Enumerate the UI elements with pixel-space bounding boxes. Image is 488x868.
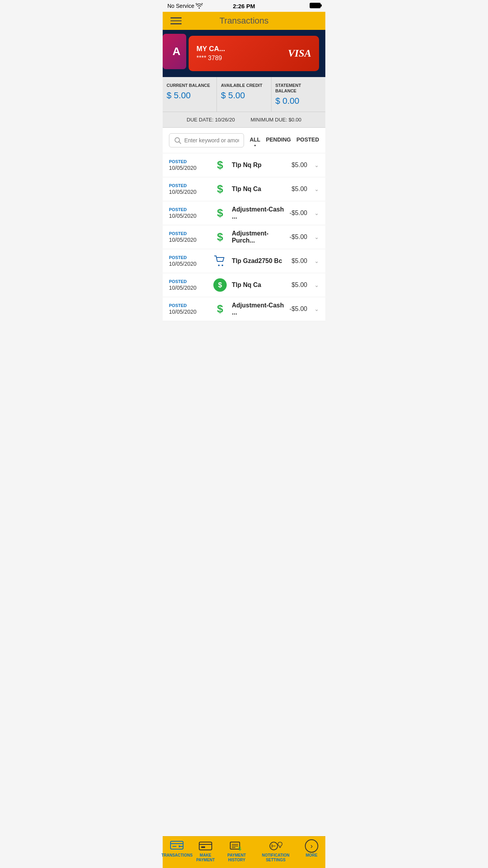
transaction-status: POSTED <box>169 303 208 308</box>
transaction-status: POSTED <box>169 231 208 236</box>
transaction-amount: -$5.00 <box>290 210 307 217</box>
min-due-value: $0.00 <box>288 117 301 123</box>
hamburger-menu[interactable] <box>171 17 182 24</box>
transaction-item[interactable]: POSTED 10/05/2020 $ Adjustment-Purch... … <box>163 225 325 249</box>
balance-section: CURRENT BALANCE $ 5.00 AVAILABLE CREDIT … <box>163 77 325 112</box>
current-balance-label: CURRENT BALANCE <box>167 83 213 88</box>
battery-icon <box>310 3 321 8</box>
statement-balance-value: $ 0.00 <box>275 96 321 106</box>
transaction-name: Tlp Nq Ca <box>232 186 287 193</box>
transaction-meta: POSTED 10/05/2020 <box>169 183 208 195</box>
filter-tabs: ALL PENDING POSTED <box>250 136 319 144</box>
min-due-label: MINIMUM DUE: <box>251 117 287 123</box>
svg-line-1 <box>179 142 181 144</box>
transaction-date: 10/05/2020 <box>169 309 208 315</box>
transaction-name: Tlp Nq Rp <box>232 162 287 169</box>
transaction-name: Adjustment-Purch... <box>232 230 285 244</box>
transaction-date: 10/05/2020 <box>169 165 208 171</box>
transaction-status: POSTED <box>169 279 208 284</box>
transaction-date: 10/05/2020 <box>169 189 208 195</box>
due-date-value: 10/26/20 <box>215 117 235 123</box>
dollar-sign-icon: $ <box>213 230 227 244</box>
cart-icon <box>213 254 227 268</box>
due-date-label: DUE DATE: <box>187 117 213 123</box>
current-balance: CURRENT BALANCE $ 5.00 <box>163 77 217 112</box>
transaction-date: 10/05/2020 <box>169 213 208 219</box>
status-bar: No Service 2:26 PM <box>163 0 325 12</box>
available-credit: AVAILABLE CREDIT $ 5.00 <box>217 77 271 112</box>
page-title: Transactions <box>219 16 268 26</box>
transaction-amount: -$5.00 <box>290 305 307 313</box>
chevron-down-icon[interactable]: ⌄ <box>314 258 319 264</box>
transaction-amount: -$5.00 <box>290 234 307 241</box>
card-info: MY CA... **** 3789 <box>196 45 225 62</box>
dollar-sign-icon: $ <box>213 302 227 316</box>
transaction-meta: POSTED 10/05/2020 <box>169 303 208 315</box>
dollar-sign-icon: $ <box>213 182 227 196</box>
dollar-sign-icon: $ <box>213 158 227 172</box>
transaction-date: 10/05/2020 <box>169 285 208 291</box>
tab-all[interactable]: ALL <box>250 136 260 144</box>
transaction-amount: $5.00 <box>292 186 307 193</box>
card-number: **** 3789 <box>196 55 225 62</box>
transaction-status: POSTED <box>169 159 208 164</box>
transaction-date: 10/05/2020 <box>169 237 208 243</box>
status-left: No Service <box>167 3 203 9</box>
chevron-down-icon[interactable]: ⌄ <box>314 234 319 240</box>
status-time: 2:26 PM <box>233 3 255 9</box>
due-section: DUE DATE: 10/26/20 MINIMUM DUE: $0.00 <box>163 112 325 128</box>
carrier-text: No Service <box>167 3 194 9</box>
tab-posted[interactable]: POSTED <box>296 136 319 144</box>
transaction-item[interactable]: POSTED 10/05/2020 $ Adjustment-Cash ... … <box>163 201 325 225</box>
chevron-down-icon[interactable]: ⌄ <box>314 186 319 192</box>
search-icon <box>174 137 181 144</box>
transaction-meta: POSTED 10/05/2020 <box>169 255 208 267</box>
chevron-down-icon[interactable]: ⌄ <box>314 162 319 168</box>
transaction-item[interactable]: POSTED 10/05/2020 Tlp Gzad2750 Bc $5.00 … <box>163 249 325 273</box>
transaction-item[interactable]: POSTED 10/05/2020 $ Tlp Nq Rp $5.00 ⌄ <box>163 153 325 177</box>
transaction-item[interactable]: POSTED 10/05/2020 $ Adjustment-Cash ... … <box>163 297 325 321</box>
search-filter-bar: ALL PENDING POSTED <box>163 128 325 153</box>
transaction-amount: $5.00 <box>292 281 307 289</box>
transaction-amount: $5.00 <box>292 257 307 265</box>
transaction-name: Tlp Gzad2750 Bc <box>232 257 287 265</box>
due-date: DUE DATE: 10/26/20 <box>187 117 235 123</box>
transaction-meta: POSTED 10/05/2020 <box>169 159 208 171</box>
available-credit-value: $ 5.00 <box>221 90 267 101</box>
transaction-name: Adjustment-Cash ... <box>232 206 285 220</box>
wifi-icon <box>196 3 203 9</box>
transaction-name: Adjustment-Cash ... <box>232 302 285 316</box>
transaction-meta: POSTED 10/05/2020 <box>169 279 208 291</box>
card-main[interactable]: MY CA... **** 3789 VISA <box>189 36 319 71</box>
card-section: A MY CA... **** 3789 VISA <box>163 30 325 77</box>
transaction-amount: $5.00 <box>292 162 307 169</box>
transaction-item[interactable]: POSTED 10/05/2020 $ Tlp Nq Ca $5.00 ⌄ <box>163 177 325 201</box>
dollar-sign-icon: $ <box>213 206 227 220</box>
svg-point-2 <box>218 265 220 266</box>
search-box[interactable] <box>169 133 244 147</box>
transaction-name: Tlp Nq Ca <box>232 281 287 289</box>
app-header: Transactions <box>163 12 325 30</box>
current-balance-value: $ 5.00 <box>167 90 213 101</box>
transaction-item[interactable]: POSTED 10/05/2020 $ Tlp Nq Ca $5.00 ⌄ <box>163 273 325 297</box>
statement-balance: STATEMENT BALANCE $ 0.00 <box>272 77 325 112</box>
svg-point-3 <box>222 265 223 266</box>
card-peek: A <box>163 34 186 69</box>
transaction-meta: POSTED 10/05/2020 <box>169 231 208 243</box>
search-input[interactable] <box>184 137 239 143</box>
chevron-down-icon[interactable]: ⌄ <box>314 306 319 312</box>
transaction-list: POSTED 10/05/2020 $ Tlp Nq Rp $5.00 ⌄ PO… <box>163 153 325 321</box>
dollar-circle-icon: $ <box>213 278 227 292</box>
tab-pending[interactable]: PENDING <box>266 136 291 144</box>
transaction-status: POSTED <box>169 255 208 260</box>
transaction-status: POSTED <box>169 207 208 212</box>
status-right <box>310 3 321 9</box>
card-name: MY CA... <box>196 45 225 53</box>
chevron-down-icon[interactable]: ⌄ <box>314 210 319 216</box>
min-due: MINIMUM DUE: $0.00 <box>251 117 301 123</box>
visa-logo: VISA <box>288 48 311 59</box>
transaction-meta: POSTED 10/05/2020 <box>169 207 208 219</box>
chevron-down-icon[interactable]: ⌄ <box>314 282 319 288</box>
transaction-date: 10/05/2020 <box>169 261 208 267</box>
available-credit-label: AVAILABLE CREDIT <box>221 83 267 88</box>
